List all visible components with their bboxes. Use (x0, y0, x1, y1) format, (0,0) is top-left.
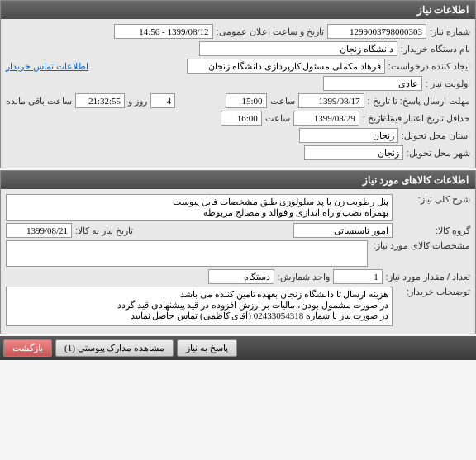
priority-label: اولویت نیاز : (426, 78, 470, 89)
desc-label: شرح کلی نیاز: (396, 194, 470, 205)
attachments-button[interactable]: مشاهده مدارک پیوستی (1) (55, 339, 174, 357)
city-field[interactable] (304, 145, 403, 160)
buyer-org-field[interactable] (199, 41, 397, 56)
validity-time-label: ساعت (265, 113, 290, 124)
group-field[interactable] (293, 223, 393, 238)
remain-time-label: ساعت باقی مانده (6, 96, 72, 107)
validity-time-field[interactable] (221, 111, 262, 126)
row-validity: حداقل تاریخ اعتبار قیمت: تا تاریخ : ساعت (6, 111, 470, 126)
goods-info-body: شرح کلی نیاز: گروه کالا: تاریخ نیاز به ک… (1, 189, 475, 334)
button-bar: پاسخ به نیاز مشاهده مدارک پیوستی (1) باز… (0, 336, 476, 360)
reply-button[interactable]: پاسخ به نیاز (177, 339, 237, 357)
unit-field[interactable] (208, 269, 274, 284)
need-date-label: تاریخ نیاز به کالا: (75, 225, 133, 236)
deadline-time-label: ساعت (270, 96, 295, 107)
row-spec: مشخصات کالای مورد نیاز: (6, 240, 470, 267)
qty-label: تعداد / مقدار مورد نیاز: (386, 272, 470, 282)
creator-label: ایجاد کننده درخواست: (388, 61, 470, 72)
notes-label: توضیحات خریدار: (396, 287, 470, 297)
announce-label: تاریخ و ساعت اعلان عمومی: (217, 26, 324, 37)
row-priority: اولویت نیاز : (6, 76, 470, 91)
qty-field[interactable] (333, 269, 383, 284)
validity-label: حداقل تاریخ اعتبار قیمت: (396, 113, 470, 124)
desc-field[interactable] (6, 194, 393, 221)
province-label: استان محل تحویل: (402, 130, 470, 141)
row-province: استان محل تحویل: (6, 128, 470, 143)
announce-field[interactable] (114, 24, 213, 39)
row-creator: ایجاد کننده درخواست: اطلاعات تماس خریدار (6, 59, 470, 74)
creator-field[interactable] (187, 59, 385, 74)
row-deadline: مهلت ارسال پاسخ: تا تاریخ : ساعت روز و س… (6, 93, 470, 108)
need-info-header: اطلاعات نیاز (1, 1, 475, 19)
row-need-number: شماره نیاز: تاریخ و ساعت اعلان عمومی: (6, 24, 470, 39)
notes-field[interactable] (6, 287, 393, 326)
city-label: شهر محل تحویل: (407, 148, 470, 159)
row-desc: شرح کلی نیاز: (6, 194, 470, 221)
row-group: گروه کالا: تاریخ نیاز به کالا: (6, 223, 470, 238)
need-info-panel: اطلاعات نیاز شماره نیاز: تاریخ و ساعت اع… (0, 0, 476, 168)
goods-info-header: اطلاعات کالاهای مورد نیاز (1, 171, 475, 189)
spec-label: مشخصات کالای مورد نیاز: (371, 240, 470, 251)
need-number-field[interactable] (327, 24, 426, 39)
province-field[interactable] (299, 128, 398, 143)
deadline-label: مهلت ارسال پاسخ: تا تاریخ : (368, 96, 470, 107)
back-button[interactable]: بازگشت (3, 339, 52, 357)
row-qty: تعداد / مقدار مورد نیاز: واحد شمارش: (6, 269, 470, 284)
remain-days-label: روز و (128, 96, 147, 107)
validity-date-field[interactable] (293, 111, 359, 126)
need-date-field[interactable] (6, 223, 72, 238)
buyer-org-label: نام دستگاه خریدار: (401, 44, 470, 55)
row-notes: توضیحات خریدار: (6, 287, 470, 326)
priority-field[interactable] (323, 76, 422, 91)
row-city: شهر محل تحویل: (6, 145, 470, 160)
contact-link[interactable]: اطلاعات تماس خریدار (6, 61, 88, 72)
need-info-body: شماره نیاز: تاریخ و ساعت اعلان عمومی: نا… (1, 19, 475, 168)
goods-info-panel: اطلاعات کالاهای مورد نیاز شرح کلی نیاز: … (0, 170, 476, 334)
remain-time-field[interactable] (75, 93, 125, 108)
deadline-date-field[interactable] (298, 93, 364, 108)
unit-label: واحد شمارش: (278, 272, 330, 282)
need-number-label: شماره نیاز: (430, 26, 470, 37)
group-label: گروه کالا: (396, 225, 470, 236)
row-buyer-org: نام دستگاه خریدار: (6, 41, 470, 56)
spec-field[interactable] (6, 240, 368, 267)
deadline-time-field[interactable] (226, 93, 267, 108)
remain-days-field[interactable] (150, 93, 175, 108)
validity-to-label: تا تاریخ : (363, 113, 393, 124)
